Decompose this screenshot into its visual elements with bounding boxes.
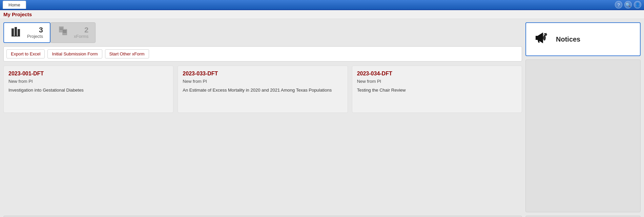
projects-tab[interactable]: 3 Projects — [3, 22, 50, 43]
project-type-1: New from PI — [8, 79, 168, 84]
project-card-1[interactable]: 2023-001-DFT New from PI Investigation i… — [3, 66, 173, 113]
svg-rect-8 — [63, 30, 66, 31]
svg-rect-5 — [60, 28, 63, 28]
megaphone-icon — [533, 30, 549, 49]
export-excel-button[interactable]: Export to Excel — [6, 49, 45, 58]
project-title-3: Testing the Chair Review — [357, 87, 517, 93]
svg-rect-0 — [12, 28, 14, 36]
action-buttons-bar: Export to Excel Initial Submission Form … — [3, 46, 522, 62]
xforms-count: 2 — [84, 26, 88, 34]
start-other-xform-button[interactable]: Start Other xForm — [105, 49, 149, 58]
projects-tab-info: 3 Projects — [27, 26, 43, 39]
xforms-label: xForms — [74, 34, 88, 39]
svg-rect-3 — [12, 36, 20, 37]
project-title-1: Investigation into Gestational Diabetes — [8, 87, 168, 93]
svg-rect-2 — [18, 29, 20, 36]
main-layout: 3 Projects — [0, 19, 644, 216]
left-panel: 3 Projects — [3, 22, 522, 212]
project-card-2[interactable]: 2023-033-DFT New from PI An Estimate of … — [178, 66, 348, 113]
user-icon[interactable]: 👤 — [634, 1, 641, 8]
projects-label: Projects — [27, 34, 43, 39]
help-icon[interactable]: ? — [615, 1, 622, 8]
svg-rect-9 — [63, 32, 66, 32]
xforms-tab-icon — [58, 26, 70, 40]
xforms-tab-info: 2 xForms — [74, 26, 88, 39]
projects-grid: 2023-001-DFT New from PI Investigation i… — [3, 66, 522, 113]
bottom-area-left — [3, 216, 522, 217]
project-id-1: 2023-001-DFT — [8, 71, 168, 77]
search-icon[interactable]: 🔍 — [624, 1, 632, 8]
my-projects-heading: My Projects — [0, 10, 644, 19]
projects-tab-icon — [11, 26, 23, 40]
notices-box[interactable]: Notices — [525, 22, 641, 56]
initial-submission-button[interactable]: Initial Submission Form — [47, 49, 102, 58]
top-nav-bar: Home ? 🔍 👤 — [0, 0, 644, 10]
projects-count: 3 — [39, 26, 43, 34]
project-id-2: 2023-033-DFT — [183, 71, 342, 77]
svg-point-10 — [543, 35, 546, 41]
right-bottom-empty — [525, 59, 641, 212]
project-id-3: 2023-034-DFT — [357, 71, 517, 77]
project-title-2: An Estimate of Excess Mortality in 2020 … — [183, 87, 342, 93]
bottom-full-row — [0, 216, 644, 217]
bottom-area-right — [525, 216, 641, 217]
notices-label: Notices — [556, 35, 580, 43]
home-tab[interactable]: Home — [3, 1, 26, 9]
right-panel: Notices — [525, 22, 641, 212]
project-type-2: New from PI — [183, 79, 342, 84]
nav-icons: ? 🔍 👤 — [615, 1, 641, 8]
project-type-3: New from PI — [357, 79, 517, 84]
project-card-3[interactable]: 2023-034-DFT New from PI Testing the Cha… — [352, 66, 522, 113]
xforms-tab[interactable]: 2 xForms — [50, 22, 96, 43]
tabs-row: 3 Projects — [3, 22, 522, 43]
svg-rect-1 — [15, 27, 17, 36]
